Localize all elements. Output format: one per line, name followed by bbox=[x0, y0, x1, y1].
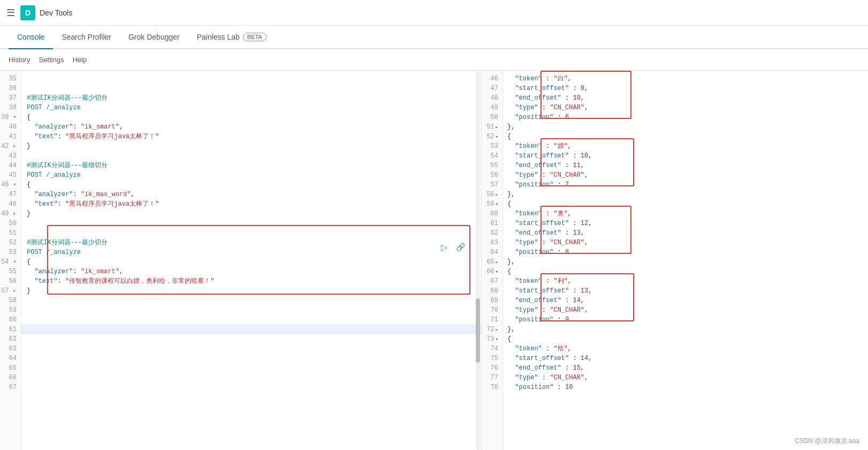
code-line-37: #测试IK分词器---最少切分 bbox=[21, 93, 481, 103]
oline-67: "token" : "利", bbox=[503, 276, 868, 286]
oline-70: "type" : "CN_CHAR", bbox=[503, 305, 868, 315]
oline-46: "token" : "白", bbox=[503, 74, 868, 84]
ln-52: 52 bbox=[0, 238, 21, 248]
oline-77: "type" : "CN_CHAR", bbox=[503, 373, 868, 382]
ln-64: 64 bbox=[0, 354, 21, 363]
output-content: 46 47 48 49 50 51 52 53 54 55 56 57 58 5… bbox=[482, 71, 868, 450]
menu-icon[interactable]: ☰ bbox=[6, 7, 15, 19]
oline-51: }, bbox=[503, 122, 868, 132]
code-line-62 bbox=[21, 334, 481, 344]
oln-56: 56 bbox=[482, 170, 502, 180]
oln-71: 71 bbox=[482, 315, 502, 325]
ln-48: 48 bbox=[0, 199, 21, 209]
oln-51[interactable]: 51 bbox=[482, 122, 502, 132]
ln-41: 41 bbox=[0, 132, 21, 141]
ln-51: 51 bbox=[0, 228, 21, 238]
oln-74: 74 bbox=[482, 344, 502, 354]
nav-tabs: Console Search Profiler Grok Debugger Pa… bbox=[0, 26, 868, 49]
oln-69: 69 bbox=[482, 296, 502, 305]
oln-75: 75 bbox=[482, 354, 502, 363]
oln-46: 46 bbox=[482, 74, 502, 84]
ln-63: 63 bbox=[0, 344, 21, 354]
copy-as-curl-button[interactable]: 🔗 bbox=[454, 241, 466, 253]
editor-scrollbar[interactable] bbox=[476, 71, 480, 450]
subnav-help[interactable]: Help bbox=[72, 54, 87, 66]
oline-61: "start_offset" : 12, bbox=[503, 219, 868, 228]
tab-painless-lab[interactable]: Painless Lab BETA bbox=[188, 26, 275, 49]
oline-68: "start_offset" : 13, bbox=[503, 286, 868, 296]
beta-badge: BETA bbox=[243, 33, 267, 41]
ln-66: 66 bbox=[0, 373, 21, 382]
oline-55: "end_offset" : 11, bbox=[503, 161, 868, 170]
subnav-settings[interactable]: Settings bbox=[39, 54, 64, 66]
code-line-51 bbox=[21, 228, 481, 238]
run-button[interactable]: ▷ bbox=[438, 241, 450, 253]
oln-58[interactable]: 58 bbox=[482, 190, 502, 199]
code-line-55: "analyzer": "ik_smart", bbox=[21, 267, 481, 276]
ln-47: 47 bbox=[0, 190, 21, 199]
subnav-history[interactable]: History bbox=[9, 54, 30, 66]
ln-62: 62 bbox=[0, 334, 21, 344]
ln-57: 57 ▸ bbox=[0, 286, 21, 296]
oln-67: 67 bbox=[482, 276, 502, 286]
oln-49: 49 bbox=[482, 103, 502, 112]
ln-58: 58 bbox=[0, 296, 21, 305]
ln-60: 60 bbox=[0, 315, 21, 325]
oline-54: "start_offset" : 10, bbox=[503, 151, 868, 161]
oline-56: "type" : "CN_CHAR", bbox=[503, 170, 868, 180]
oln-55: 55 bbox=[482, 161, 502, 170]
code-line-50 bbox=[21, 219, 481, 228]
output-code-area: "token" : "白", "start_offset" : 9, "end_… bbox=[503, 71, 868, 450]
editor-scrollbar-thumb[interactable] bbox=[476, 298, 480, 363]
code-line-54: { bbox=[21, 257, 481, 267]
oln-73[interactable]: 73 bbox=[482, 334, 502, 344]
oline-72: }, bbox=[503, 325, 868, 334]
ln-65: 65 bbox=[0, 363, 21, 373]
code-line-36 bbox=[21, 84, 481, 93]
oln-72[interactable]: 72 bbox=[482, 325, 502, 334]
code-line-43 bbox=[21, 151, 481, 161]
code-line-38: POST /_analyze bbox=[21, 103, 481, 112]
ln-49: 49 ▸ bbox=[0, 209, 21, 219]
ln-43: 43 bbox=[0, 151, 21, 161]
output-line-numbers: 46 47 48 49 50 51 52 53 54 55 56 57 58 5… bbox=[482, 71, 503, 450]
oline-47: "start_offset" : 9, bbox=[503, 84, 868, 93]
editor-panel: 35 36 37 38 39 ▾ 40 41 42 ▸ 43 44 45 46 … bbox=[0, 71, 482, 450]
code-line-60 bbox=[21, 315, 481, 325]
ln-35: 35 bbox=[0, 74, 21, 84]
oln-61: 61 bbox=[482, 219, 502, 228]
oln-64: 64 bbox=[482, 248, 502, 257]
tab-grok-debugger[interactable]: Grok Debugger bbox=[120, 26, 188, 49]
oline-53: "token" : "嫖", bbox=[503, 141, 868, 151]
oln-54: 54 bbox=[482, 151, 502, 161]
code-line-45: POST /_analyze bbox=[21, 170, 481, 180]
tab-console[interactable]: Console bbox=[9, 26, 53, 49]
oln-52[interactable]: 52 bbox=[482, 132, 502, 141]
ln-54: 54 ▾ bbox=[0, 257, 21, 267]
oline-57: "position" : 7 bbox=[503, 180, 868, 190]
tab-search-profiler[interactable]: Search Profiler bbox=[53, 26, 120, 49]
ln-50: 50 bbox=[0, 219, 21, 228]
code-line-49: } bbox=[21, 209, 481, 219]
output-panel: 46 47 48 49 50 51 52 53 54 55 56 57 58 5… bbox=[482, 71, 868, 450]
oln-59[interactable]: 59 bbox=[482, 199, 502, 209]
code-line-66 bbox=[21, 373, 481, 382]
oln-53: 53 bbox=[482, 141, 502, 151]
ln-44: 44 bbox=[0, 161, 21, 170]
code-line-56: "text": "传智教育的课程可以白嫖，奥利给，非常的哇塞！" bbox=[21, 276, 481, 286]
code-line-46: { bbox=[21, 180, 481, 190]
editor-code[interactable]: #测试IK分词器---最少切分 POST /_analyze { "analyz… bbox=[21, 71, 481, 450]
oln-70: 70 bbox=[482, 305, 502, 315]
oline-59: { bbox=[503, 199, 868, 209]
oline-60: "token" : "奥", bbox=[503, 209, 868, 219]
oln-65[interactable]: 65 bbox=[482, 257, 502, 267]
ln-45: 45 bbox=[0, 170, 21, 180]
oline-66: { bbox=[503, 267, 868, 276]
editor-area[interactable]: 35 36 37 38 39 ▾ 40 41 42 ▸ 43 44 45 46 … bbox=[0, 71, 481, 450]
oline-63: "type" : "CN_CHAR", bbox=[503, 238, 868, 248]
ln-42: 42 ▸ bbox=[0, 141, 21, 151]
code-line-48: "text": "黑马程序员学习java太棒了！" bbox=[21, 199, 481, 209]
ln-37: 37 bbox=[0, 93, 21, 103]
oln-66[interactable]: 66 bbox=[482, 267, 502, 276]
oln-78: 78 bbox=[482, 382, 502, 392]
